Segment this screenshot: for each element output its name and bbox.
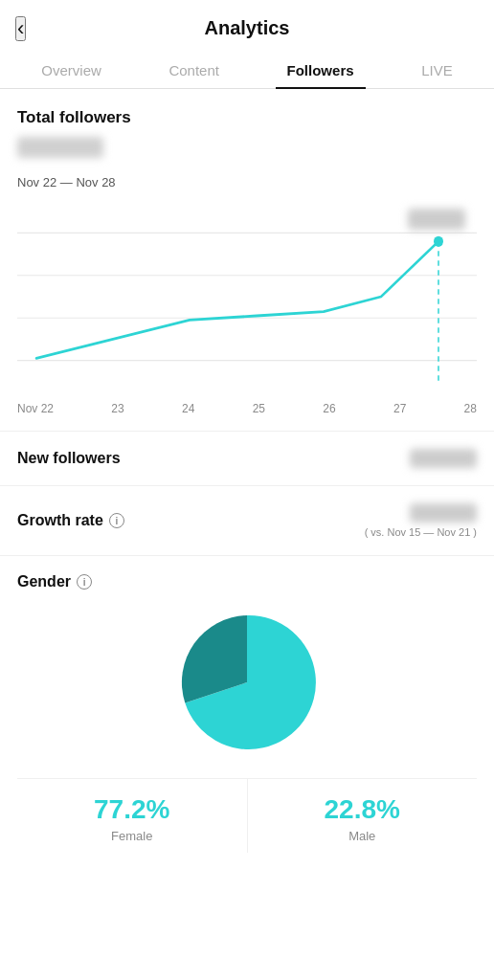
growth-rate-info-icon[interactable]: i [109, 513, 124, 528]
growth-rate-label: Growth rate i [17, 512, 124, 529]
x-label-2: 24 [182, 402, 194, 415]
growth-rate-value [410, 503, 477, 523]
new-followers-label: New followers [17, 450, 121, 467]
followers-chart [17, 201, 477, 392]
gender-section: Gender i 77.2% Female 22.8% Male [0, 556, 494, 853]
x-label-4: 26 [323, 402, 335, 415]
gender-pie-container [17, 606, 477, 759]
new-followers-row: New followers [0, 432, 494, 486]
male-stat: 22.8% Male [248, 779, 478, 853]
female-label: Female [111, 829, 152, 843]
x-label-6: 28 [464, 402, 477, 415]
x-label-3: 25 [253, 402, 265, 415]
growth-rate-row: Growth rate i ( vs. Nov 15 — Nov 21 ) [0, 486, 494, 556]
male-label: Male [348, 829, 375, 843]
male-percent: 22.8% [325, 794, 400, 825]
header: ‹ Analytics [0, 0, 494, 53]
x-label-5: 27 [393, 402, 406, 415]
total-followers-section: Total followers Nov 22 — Nov 28 Nov 22 2… [0, 89, 494, 431]
growth-rate-compare: ( vs. Nov 15 — Nov 21 ) [365, 526, 477, 538]
total-followers-value [17, 137, 103, 158]
growth-rate-value-area: ( vs. Nov 15 — Nov 21 ) [365, 503, 477, 538]
svg-point-5 [434, 236, 443, 247]
tab-content[interactable]: Content [157, 53, 231, 88]
page-title: Analytics [205, 17, 290, 39]
tab-followers[interactable]: Followers [276, 53, 366, 88]
x-label-0: Nov 22 [17, 402, 54, 415]
x-label-1: 23 [111, 402, 124, 415]
total-followers-title: Total followers [17, 108, 477, 127]
back-button[interactable]: ‹ [15, 16, 26, 41]
new-followers-value [410, 449, 477, 468]
gender-info-icon[interactable]: i [77, 574, 92, 590]
female-stat: 77.2% Female [17, 779, 248, 853]
tab-bar: Overview Content Followers LIVE [0, 53, 494, 89]
date-range: Nov 22 — Nov 28 [17, 175, 477, 189]
chart-x-axis: Nov 22 23 24 25 26 27 28 [17, 398, 477, 431]
tab-live[interactable]: LIVE [410, 53, 464, 88]
chart-svg [17, 201, 477, 392]
tab-overview[interactable]: Overview [30, 53, 113, 88]
new-followers-value-area [410, 449, 477, 468]
gender-stats: 77.2% Female 22.8% Male [17, 778, 477, 853]
gender-pie-chart [170, 606, 324, 759]
gender-title: Gender i [17, 573, 477, 590]
chart-tooltip [408, 209, 465, 230]
female-percent: 77.2% [94, 794, 169, 825]
